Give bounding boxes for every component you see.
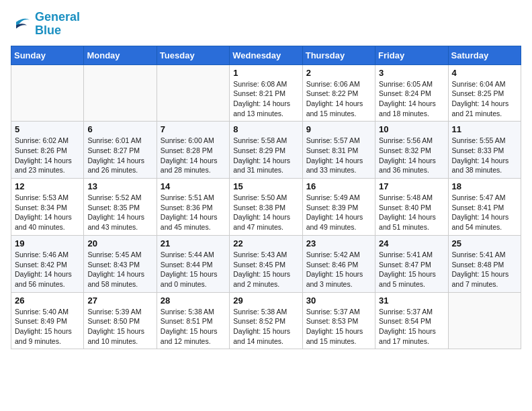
calendar-cell: 1Sunrise: 6:08 AMSunset: 8:21 PMDaylight… — [230, 64, 302, 122]
day-header-wednesday: Wednesday — [230, 46, 302, 64]
calendar-cell: 30Sunrise: 5:37 AMSunset: 8:53 PMDayligh… — [302, 292, 375, 349]
day-number: 17 — [379, 181, 444, 191]
logo-icon — [11, 13, 32, 35]
day-number: 26 — [15, 295, 80, 306]
day-info: Sunrise: 5:52 AMSunset: 8:35 PMDaylight:… — [87, 193, 152, 232]
day-info: Sunrise: 5:49 AMSunset: 8:39 PMDaylight:… — [306, 193, 371, 232]
day-number: 21 — [161, 238, 226, 248]
calendar-cell: 19Sunrise: 5:46 AMSunset: 8:42 PMDayligh… — [11, 235, 84, 292]
day-number: 14 — [161, 181, 226, 191]
calendar-cell: 29Sunrise: 5:38 AMSunset: 8:52 PMDayligh… — [230, 292, 302, 349]
day-number: 9 — [306, 124, 371, 134]
calendar-cell: 22Sunrise: 5:43 AMSunset: 8:45 PMDayligh… — [230, 235, 302, 292]
day-number: 22 — [233, 238, 298, 248]
day-number: 31 — [379, 295, 444, 306]
calendar-week-row: 12Sunrise: 5:53 AMSunset: 8:34 PMDayligh… — [11, 179, 521, 236]
day-number: 30 — [306, 295, 371, 306]
day-info: Sunrise: 6:08 AMSunset: 8:21 PMDaylight:… — [233, 79, 298, 119]
day-info: Sunrise: 6:04 AMSunset: 8:25 PMDaylight:… — [452, 79, 517, 119]
calendar-cell: 10Sunrise: 5:56 AMSunset: 8:32 PMDayligh… — [375, 122, 448, 179]
day-number: 7 — [161, 124, 226, 134]
day-header-monday: Monday — [84, 46, 157, 64]
day-info: Sunrise: 5:44 AMSunset: 8:44 PMDaylight:… — [161, 250, 226, 289]
day-info: Sunrise: 5:58 AMSunset: 8:29 PMDaylight:… — [233, 136, 298, 175]
day-info: Sunrise: 5:40 AMSunset: 8:49 PMDaylight:… — [15, 307, 80, 347]
day-info: Sunrise: 5:46 AMSunset: 8:42 PMDaylight:… — [15, 250, 80, 289]
day-number: 16 — [306, 181, 371, 191]
day-info: Sunrise: 5:57 AMSunset: 8:31 PMDaylight:… — [306, 136, 371, 175]
calendar-cell: 7Sunrise: 6:00 AMSunset: 8:28 PMDaylight… — [157, 122, 229, 179]
calendar-cell: 23Sunrise: 5:42 AMSunset: 8:46 PMDayligh… — [302, 235, 375, 292]
calendar-cell: 17Sunrise: 5:48 AMSunset: 8:40 PMDayligh… — [375, 179, 448, 236]
calendar-week-row: 5Sunrise: 6:02 AMSunset: 8:26 PMDaylight… — [11, 122, 521, 179]
day-number: 25 — [452, 238, 517, 248]
day-info: Sunrise: 5:42 AMSunset: 8:46 PMDaylight:… — [306, 250, 371, 289]
day-info: Sunrise: 5:47 AMSunset: 8:41 PMDaylight:… — [452, 193, 517, 232]
day-number: 8 — [233, 124, 298, 134]
calendar-cell: 20Sunrise: 5:45 AMSunset: 8:43 PMDayligh… — [84, 235, 157, 292]
calendar-week-row: 1Sunrise: 6:08 AMSunset: 8:21 PMDaylight… — [11, 64, 521, 122]
day-number: 28 — [161, 295, 226, 306]
day-info: Sunrise: 5:39 AMSunset: 8:50 PMDaylight:… — [87, 307, 152, 347]
calendar-header-row: SundayMondayTuesdayWednesdayThursdayFrid… — [11, 46, 521, 64]
day-number: 29 — [233, 295, 298, 306]
calendar-cell: 27Sunrise: 5:39 AMSunset: 8:50 PMDayligh… — [84, 292, 157, 349]
day-info: Sunrise: 5:38 AMSunset: 8:52 PMDaylight:… — [233, 307, 298, 347]
logo: General Blue — [11, 11, 80, 38]
day-info: Sunrise: 5:38 AMSunset: 8:51 PMDaylight:… — [161, 307, 226, 347]
page-header: General Blue — [11, 11, 521, 38]
calendar-cell: 18Sunrise: 5:47 AMSunset: 8:41 PMDayligh… — [448, 179, 521, 236]
day-number: 1 — [233, 68, 298, 78]
calendar-cell — [157, 64, 229, 122]
day-number: 5 — [15, 124, 80, 134]
calendar-cell: 14Sunrise: 5:51 AMSunset: 8:36 PMDayligh… — [157, 179, 229, 236]
day-info: Sunrise: 5:45 AMSunset: 8:43 PMDaylight:… — [87, 250, 152, 289]
calendar-week-row: 26Sunrise: 5:40 AMSunset: 8:49 PMDayligh… — [11, 292, 521, 349]
calendar-table: SundayMondayTuesdayWednesdayThursdayFrid… — [11, 46, 521, 350]
day-number: 19 — [15, 238, 80, 248]
logo-text: General Blue — [35, 11, 80, 38]
calendar-week-row: 19Sunrise: 5:46 AMSunset: 8:42 PMDayligh… — [11, 235, 521, 292]
calendar-cell: 4Sunrise: 6:04 AMSunset: 8:25 PMDaylight… — [448, 64, 521, 122]
day-number: 13 — [87, 181, 152, 191]
calendar-cell: 21Sunrise: 5:44 AMSunset: 8:44 PMDayligh… — [157, 235, 229, 292]
calendar-cell: 11Sunrise: 5:55 AMSunset: 8:33 PMDayligh… — [448, 122, 521, 179]
day-number: 18 — [452, 181, 517, 191]
calendar-cell: 15Sunrise: 5:50 AMSunset: 8:38 PMDayligh… — [230, 179, 302, 236]
day-header-friday: Friday — [375, 46, 448, 64]
calendar-cell — [11, 64, 84, 122]
calendar-cell: 9Sunrise: 5:57 AMSunset: 8:31 PMDaylight… — [302, 122, 375, 179]
calendar-cell: 13Sunrise: 5:52 AMSunset: 8:35 PMDayligh… — [84, 179, 157, 236]
calendar-cell: 31Sunrise: 5:37 AMSunset: 8:54 PMDayligh… — [375, 292, 448, 349]
day-info: Sunrise: 6:00 AMSunset: 8:28 PMDaylight:… — [161, 136, 226, 175]
day-number: 24 — [379, 238, 444, 248]
day-number: 6 — [87, 124, 152, 134]
calendar-cell: 28Sunrise: 5:38 AMSunset: 8:51 PMDayligh… — [157, 292, 229, 349]
day-info: Sunrise: 5:41 AMSunset: 8:47 PMDaylight:… — [379, 250, 444, 289]
calendar-cell: 25Sunrise: 5:41 AMSunset: 8:48 PMDayligh… — [448, 235, 521, 292]
calendar-cell — [448, 292, 521, 349]
day-info: Sunrise: 5:41 AMSunset: 8:48 PMDaylight:… — [452, 250, 517, 289]
calendar-cell: 5Sunrise: 6:02 AMSunset: 8:26 PMDaylight… — [11, 122, 84, 179]
calendar-cell: 12Sunrise: 5:53 AMSunset: 8:34 PMDayligh… — [11, 179, 84, 236]
day-header-sunday: Sunday — [11, 46, 84, 64]
day-info: Sunrise: 5:50 AMSunset: 8:38 PMDaylight:… — [233, 193, 298, 232]
day-header-saturday: Saturday — [448, 46, 521, 64]
day-info: Sunrise: 6:01 AMSunset: 8:27 PMDaylight:… — [87, 136, 152, 175]
day-number: 27 — [87, 295, 152, 306]
day-info: Sunrise: 5:37 AMSunset: 8:53 PMDaylight:… — [306, 307, 371, 347]
day-number: 3 — [379, 68, 444, 78]
day-number: 11 — [452, 124, 517, 134]
day-info: Sunrise: 5:51 AMSunset: 8:36 PMDaylight:… — [161, 193, 226, 232]
day-number: 15 — [233, 181, 298, 191]
calendar-cell: 2Sunrise: 6:06 AMSunset: 8:22 PMDaylight… — [302, 64, 375, 122]
day-number: 2 — [306, 68, 371, 78]
day-info: Sunrise: 5:55 AMSunset: 8:33 PMDaylight:… — [452, 136, 517, 175]
calendar-cell: 3Sunrise: 6:05 AMSunset: 8:24 PMDaylight… — [375, 64, 448, 122]
day-info: Sunrise: 5:56 AMSunset: 8:32 PMDaylight:… — [379, 136, 444, 175]
calendar-cell: 16Sunrise: 5:49 AMSunset: 8:39 PMDayligh… — [302, 179, 375, 236]
day-header-thursday: Thursday — [302, 46, 375, 64]
day-info: Sunrise: 5:53 AMSunset: 8:34 PMDaylight:… — [15, 193, 80, 232]
day-info: Sunrise: 6:06 AMSunset: 8:22 PMDaylight:… — [306, 79, 371, 119]
day-info: Sunrise: 5:48 AMSunset: 8:40 PMDaylight:… — [379, 193, 444, 232]
